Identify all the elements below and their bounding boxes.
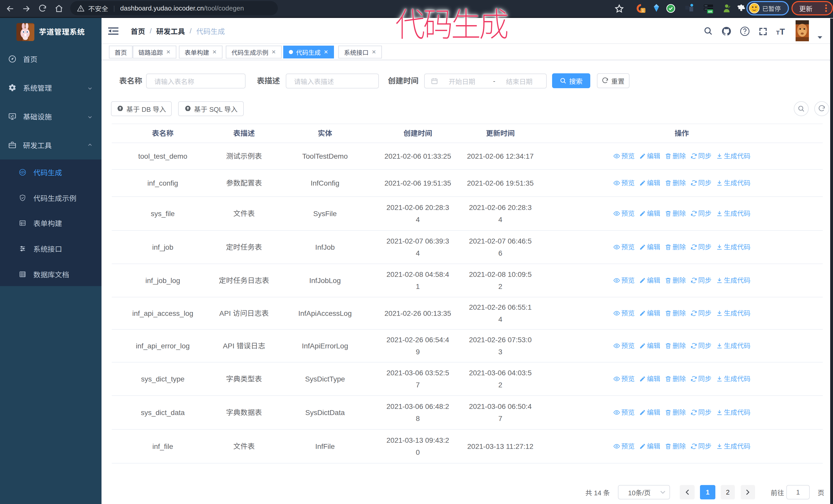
svg-text:T: T [776, 29, 780, 36]
svg-text:1: 1 [642, 8, 644, 13]
svg-text:on: on [708, 10, 712, 13]
svg-text:T: T [780, 27, 785, 37]
